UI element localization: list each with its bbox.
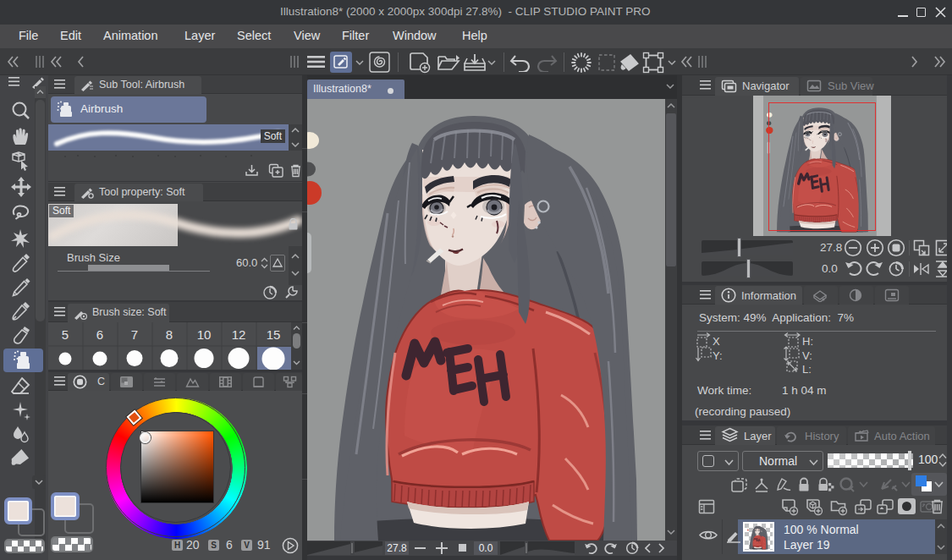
- svg-text:8: 8: [166, 327, 173, 342]
- svg-text:10: 10: [197, 327, 212, 342]
- svg-text:5: 5: [62, 327, 69, 342]
- svg-text:6: 6: [96, 327, 103, 342]
- svg-text:15: 15: [267, 327, 281, 342]
- svg-text:7: 7: [131, 327, 138, 342]
- svg-text:12: 12: [232, 327, 246, 342]
